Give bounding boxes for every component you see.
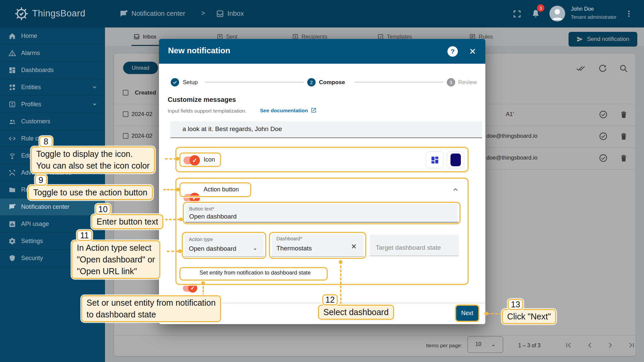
stepper-line <box>205 82 304 82</box>
callout-8: Toggle to display the icon. You can also… <box>31 146 155 173</box>
sidebar-item-entities[interactable]: Entities <box>0 79 105 96</box>
callout-8-number: 8 <box>39 136 53 147</box>
connector-dot <box>339 260 342 264</box>
chevron-up-icon[interactable] <box>451 186 460 194</box>
icon-toggle-label: Icon <box>204 156 215 163</box>
fullscreen-icon[interactable] <box>513 9 522 18</box>
sidebar-item-home[interactable]: Home <box>0 27 105 45</box>
set-entity-toggle-label: Set entity from notification to dashboar… <box>200 269 311 276</box>
message-text: a look at it. Best regards, John Doe <box>182 125 282 133</box>
compose-heading: Customize messages <box>168 96 236 104</box>
customers-icon <box>8 118 16 125</box>
chevron-down-icon <box>92 84 98 90</box>
chevron-down-icon <box>92 101 98 107</box>
callout-10: Enter button text <box>91 214 163 229</box>
edge-icon <box>8 152 16 160</box>
toggle-check-icon: ✓ <box>190 155 200 166</box>
gear-icon <box>8 237 16 245</box>
connector-dot <box>179 218 183 221</box>
select-arrow-icon <box>252 246 258 252</box>
callout-9-connector <box>163 189 177 190</box>
callout-12-number: 12 <box>322 294 338 305</box>
callout-13-connector <box>487 313 502 314</box>
connector-dot <box>178 249 182 253</box>
breadcrumb-page[interactable]: Inbox <box>227 10 244 17</box>
connector-dot <box>484 312 488 315</box>
sidebar-item-dashboards[interactable]: Dashboards <box>0 62 105 79</box>
notification-center-breadcrumb-icon <box>119 9 128 18</box>
callout-9: Toggle to use the action button <box>28 185 153 200</box>
dashboard-field[interactable]: Dashboard* Thermostats <box>272 234 364 257</box>
target-dashboard-state-field[interactable]: Target dashboard state <box>370 235 459 256</box>
external-link-icon[interactable] <box>311 107 317 113</box>
dashboards-icon <box>8 66 16 74</box>
user-role: Tenant administrator <box>571 14 616 20</box>
callout-12: Select dashboard <box>318 305 394 320</box>
callout-11: In Action type select "Open dashboard" o… <box>71 240 160 279</box>
toggle-check-icon: ✓ <box>188 284 197 293</box>
step1-done-icon <box>171 78 179 86</box>
breadcrumb-section[interactable]: Notification center <box>131 10 185 17</box>
step3-label[interactable]: Review <box>458 79 477 86</box>
see-documentation-link[interactable]: See documentation <box>260 108 308 114</box>
step1-label[interactable]: Setup <box>183 79 198 86</box>
connector-dot <box>201 281 205 285</box>
close-icon[interactable] <box>468 47 477 56</box>
api-usage-icon <box>8 220 16 228</box>
callout-8-connector <box>165 158 176 160</box>
profiles-icon <box>8 101 16 108</box>
icon-toggle[interactable]: ✓ <box>183 157 199 164</box>
set-entity-note-callout: Set or unset entity from notification to… <box>81 295 221 322</box>
kebab-menu-icon[interactable] <box>625 9 633 19</box>
toggle-check-icon: ✓ <box>190 193 200 203</box>
new-notification-modal: New notification ? Setup 2 Compose 3 Rev… <box>159 39 485 324</box>
sidebar-item-profiles[interactable]: Profiles <box>0 96 105 113</box>
step2-number: 2 <box>307 78 316 86</box>
notification-center-icon <box>8 203 16 211</box>
alarm-icon <box>8 49 16 57</box>
tools-icon <box>8 169 16 177</box>
folder-icon <box>8 186 16 194</box>
callout-9-number: 9 <box>35 175 47 186</box>
callout-10-connector <box>165 219 180 220</box>
callout-13: Click "Next" <box>502 309 556 324</box>
step3-number: 3 <box>447 78 455 86</box>
callout-12-connector <box>340 261 341 304</box>
connector-dot <box>176 188 180 191</box>
sidebar-item-customers[interactable]: Customers <box>0 113 105 130</box>
action-button-toggle[interactable]: ✓ <box>183 194 199 202</box>
callout-11-number: 11 <box>77 230 92 241</box>
clear-icon[interactable] <box>350 243 358 250</box>
action-button-toggle-label: Action button <box>204 186 239 193</box>
home-icon <box>8 32 16 40</box>
app-header: ThingsBoard Notification center > Inbox … <box>0 0 644 27</box>
callout-13-number: 13 <box>508 299 523 310</box>
entities-icon <box>8 83 16 91</box>
sidebar-item-alarms[interactable]: Alarms <box>0 45 105 62</box>
stepper-line <box>354 82 443 82</box>
notifications-count-badge: 3 <box>537 4 544 12</box>
shield-icon <box>8 254 16 262</box>
rule-chains-icon <box>8 135 16 142</box>
step2-label[interactable]: Compose <box>319 79 345 86</box>
color-swatch <box>450 154 461 166</box>
action-type-select[interactable]: Action type Open dashboard <box>184 234 264 257</box>
next-button[interactable]: Next <box>456 306 478 321</box>
compose-subtitle: Input fields support templatization. <box>168 108 247 114</box>
help-icon[interactable]: ? <box>447 46 458 57</box>
connector-dot <box>176 157 179 161</box>
icon-picker-button[interactable] <box>426 152 443 168</box>
sidebar-item-notification-center[interactable]: Notification center <box>0 198 105 216</box>
app-title: ThingsBoard <box>32 8 86 19</box>
dashboard-glyph-icon <box>430 156 439 165</box>
field-placeholder: Target dashboard state <box>376 244 441 251</box>
modal-header: New notification ? <box>159 39 485 64</box>
user-avatar[interactable] <box>549 6 565 21</box>
inbox-breadcrumb-icon <box>216 10 224 18</box>
message-textarea[interactable]: a look at it. Best regards, John Doe <box>170 121 482 138</box>
icon-color-button[interactable] <box>447 152 464 168</box>
modal-title: New notification <box>168 46 230 55</box>
callout-10-number: 10 <box>95 204 111 215</box>
button-text-field[interactable]: Button text* Open dashboard <box>185 204 458 223</box>
set-entity-toggle[interactable]: ✓ <box>183 285 196 292</box>
